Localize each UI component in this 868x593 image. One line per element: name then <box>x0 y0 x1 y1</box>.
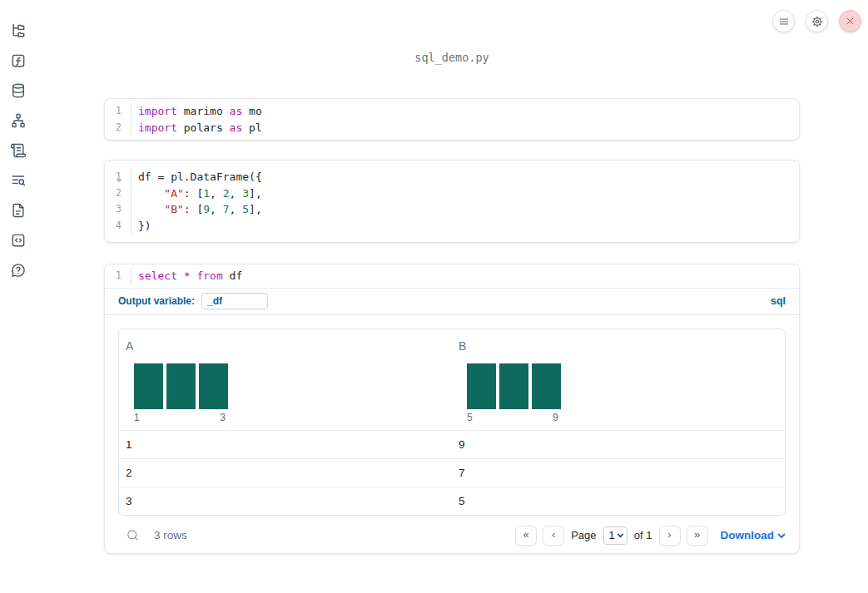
sidebar-item-outline[interactable] <box>7 139 30 162</box>
sql-cell[interactable]: 1 select * from df Output variable: sql … <box>104 264 800 554</box>
histogram-bars <box>467 363 561 409</box>
page-select-value: 1 <box>609 529 615 541</box>
settings-button[interactable] <box>806 10 828 32</box>
code-token: marimo <box>177 105 230 117</box>
scroll-icon <box>10 142 27 159</box>
sidebar-item-file-explorer[interactable] <box>7 19 30 42</box>
histogram-bar <box>467 363 496 409</box>
sidebar-item-variables[interactable] <box>7 49 30 72</box>
hamburger-icon <box>778 16 790 27</box>
code-cell-imports[interactable]: 1 2 import marimo as mo import polars as… <box>104 98 800 141</box>
histogram-bar <box>199 363 228 409</box>
column-header-b[interactable]: B 5 9 <box>452 329 785 430</box>
org-chart-icon <box>10 112 27 129</box>
table-cell: 1 <box>119 431 452 458</box>
code-token <box>138 203 164 215</box>
menu-button[interactable] <box>772 10 795 32</box>
histogram-axis: 5 9 <box>467 412 561 423</box>
table-cell: 7 <box>452 459 785 487</box>
line-number-gutter: 1 2 3 4 <box>105 169 131 234</box>
keyword-token: as <box>230 105 243 117</box>
histogram-bar <box>166 363 196 409</box>
sidebar-item-snippets[interactable] <box>7 229 30 252</box>
download-button[interactable]: Download <box>721 529 786 541</box>
code-token: pl <box>242 121 261 134</box>
line-number: 1 <box>105 169 122 185</box>
sql-editor[interactable]: 1 select * from df <box>105 264 799 289</box>
code-token: ], <box>249 187 262 200</box>
table-cell: 9 <box>452 431 785 458</box>
sidebar-item-data-sources[interactable] <box>7 79 30 102</box>
code-line: import polars as pl <box>138 120 262 136</box>
line-number: 1 <box>105 103 122 120</box>
code-token: : [ <box>184 203 203 215</box>
column-label: A <box>126 339 445 353</box>
table-row: 3 5 <box>119 487 785 515</box>
page-of-label: of 1 <box>634 529 652 541</box>
database-icon <box>10 82 27 99</box>
keyword-token: import <box>138 121 177 134</box>
close-icon <box>845 16 856 27</box>
sidebar <box>0 0 37 593</box>
page-label: Page <box>571 529 596 541</box>
document-icon <box>10 202 27 219</box>
prev-page-button[interactable]: ‹ <box>543 526 564 546</box>
line-number: 2 <box>105 185 122 202</box>
table-cell: 3 <box>119 487 452 515</box>
table-row: 1 9 <box>119 430 785 458</box>
code-editor[interactable]: 1 2 3 4 df = pl.DataFrame({ "A": [1, 2, … <box>105 161 799 243</box>
code-line: df = pl.DataFrame({ <box>138 169 262 185</box>
histogram-bar <box>499 363 528 409</box>
help-bubble-icon <box>10 262 27 279</box>
next-page-button[interactable]: › <box>659 526 681 546</box>
sidebar-item-documentation[interactable] <box>7 199 30 222</box>
keyword-token: as <box>230 121 243 134</box>
number-token: 7 <box>223 203 230 215</box>
code-token <box>138 187 164 200</box>
search-button[interactable] <box>126 528 140 542</box>
page-select[interactable]: 1 <box>603 526 627 545</box>
histogram-axis: 1 3 <box>134 412 228 423</box>
code-square-icon <box>10 232 27 249</box>
code-token: , <box>210 187 223 200</box>
line-number: 4 <box>105 218 122 235</box>
histogram-bar <box>532 363 561 409</box>
code-token: polars <box>177 121 230 134</box>
shutdown-button[interactable] <box>839 10 861 32</box>
sidebar-item-dependency-graph[interactable] <box>7 109 30 132</box>
marimo-app: sql_demo.py 1 2 import marimo as mo impo… <box>0 0 868 593</box>
chevron-down-icon <box>777 531 786 540</box>
search-icon <box>126 528 140 542</box>
table-cell: 2 <box>119 459 452 487</box>
axis-max-label: 3 <box>220 412 226 423</box>
code-cell-dataframe[interactable]: 1 2 3 4 df = pl.DataFrame({ "A": [1, 2, … <box>104 160 800 243</box>
code-token <box>177 269 184 282</box>
column-label: B <box>459 339 778 353</box>
output-variable-input[interactable] <box>201 293 268 309</box>
code-line: import marimo as mo <box>138 103 262 120</box>
sidebar-item-help[interactable] <box>7 259 30 282</box>
first-page-button[interactable]: « <box>515 526 537 546</box>
sidebar-item-logs[interactable] <box>7 169 30 192</box>
axis-max-label: 9 <box>553 412 558 423</box>
row-count: 3 rows <box>154 529 187 541</box>
code-editor[interactable]: 1 2 import marimo as mo import polars as… <box>105 99 799 141</box>
topbar-controls <box>772 10 861 32</box>
column-header-a[interactable]: A 1 3 <box>119 329 452 430</box>
download-label: Download <box>721 529 775 541</box>
number-token: 2 <box>223 187 230 200</box>
code-line: "B": [9, 7, 5], <box>138 201 262 218</box>
list-search-icon <box>10 172 27 189</box>
keyword-token: import <box>138 105 177 117</box>
line-number: 2 <box>105 120 122 136</box>
code-token: , <box>230 203 243 215</box>
code-content: import marimo as mo import polars as pl <box>131 103 262 136</box>
pagination: « ‹ Page 1 of 1 › » Download <box>515 526 786 546</box>
line-number: 1 <box>105 268 122 284</box>
gear-icon <box>811 15 824 28</box>
axis-min-label: 1 <box>134 412 140 423</box>
sql-output-area: A 1 3 <box>105 315 799 555</box>
code-token: mo <box>242 105 261 117</box>
last-page-button[interactable]: » <box>687 526 708 546</box>
sql-language-badge: sql <box>771 295 786 307</box>
